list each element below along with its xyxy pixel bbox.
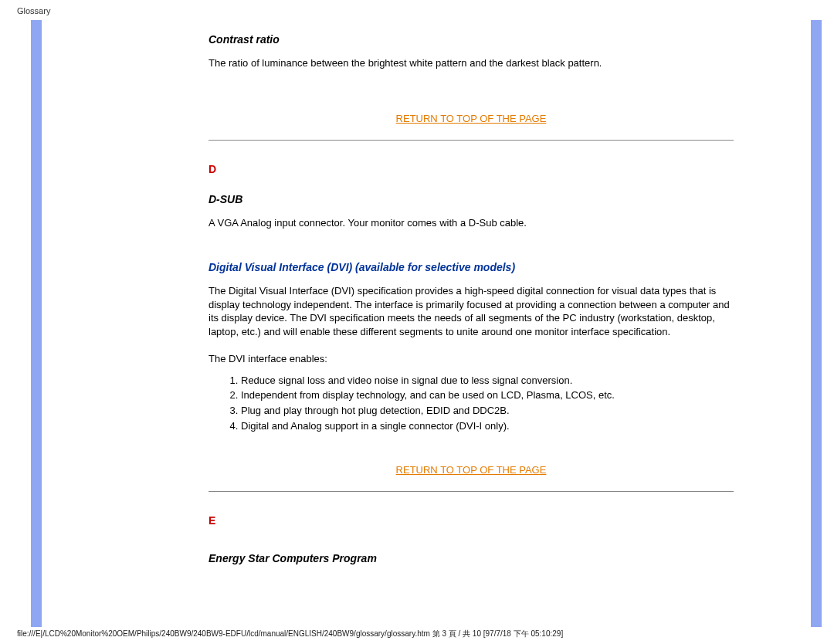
- term-dvi-enables-intro: The DVI interface enables:: [208, 352, 734, 366]
- return-to-top-link[interactable]: RETURN TO TOP OF THE PAGE: [208, 463, 734, 477]
- right-accent-bar: [811, 20, 822, 627]
- divider: [208, 491, 734, 492]
- list-item: Reduce signal loss and video noise in si…: [241, 374, 734, 388]
- term-dsub-body: A VGA Analog input connector. Your monit…: [208, 216, 734, 230]
- page-header-label: Glossary: [17, 6, 50, 15]
- footer-path: file:///E|/LCD%20Monitor%20OEM/Philips/2…: [17, 629, 563, 639]
- letter-e: E: [208, 514, 734, 528]
- main-content: Contrast ratio The ratio of luminance be…: [208, 23, 734, 575]
- term-contrast-ratio-body: The ratio of luminance between the brigh…: [208, 56, 734, 70]
- list-item: Digital and Analog support in a single c…: [241, 419, 734, 433]
- left-accent-bar: [31, 20, 42, 627]
- term-dsub-title: D-SUB: [208, 192, 734, 207]
- list-item: Independent from display technology, and…: [241, 388, 734, 402]
- term-dvi-title: Digital Visual Interface (DVI) (availabl…: [208, 260, 734, 275]
- term-energy-star-title: Energy Star Computers Program: [208, 551, 734, 566]
- term-dvi-body: The Digital Visual Interface (DVI) speci…: [208, 284, 734, 338]
- divider: [208, 140, 734, 141]
- dvi-enables-list: Reduce signal loss and video noise in si…: [208, 374, 734, 432]
- letter-d: D: [208, 162, 734, 177]
- list-item: Plug and play through hot plug detection…: [241, 404, 734, 418]
- return-to-top-link[interactable]: RETURN TO TOP OF THE PAGE: [208, 112, 734, 126]
- term-contrast-ratio-title: Contrast ratio: [208, 32, 734, 47]
